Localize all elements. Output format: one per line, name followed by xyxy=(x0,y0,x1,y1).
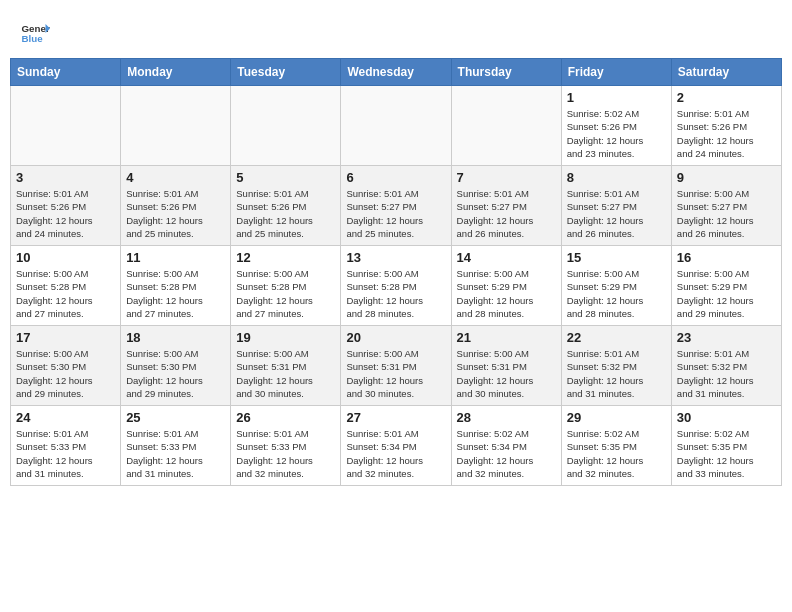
weekday-header-saturday: Saturday xyxy=(671,59,781,86)
calendar-cell: 6Sunrise: 5:01 AM Sunset: 5:27 PM Daylig… xyxy=(341,166,451,246)
calendar-week-0: 1Sunrise: 5:02 AM Sunset: 5:26 PM Daylig… xyxy=(11,86,782,166)
day-number: 1 xyxy=(567,90,666,105)
day-number: 4 xyxy=(126,170,225,185)
day-number: 25 xyxy=(126,410,225,425)
calendar-cell: 5Sunrise: 5:01 AM Sunset: 5:26 PM Daylig… xyxy=(231,166,341,246)
day-number: 22 xyxy=(567,330,666,345)
day-number: 26 xyxy=(236,410,335,425)
day-number: 2 xyxy=(677,90,776,105)
calendar-cell: 15Sunrise: 5:00 AM Sunset: 5:29 PM Dayli… xyxy=(561,246,671,326)
day-detail: Sunrise: 5:00 AM Sunset: 5:28 PM Dayligh… xyxy=(236,267,335,320)
day-detail: Sunrise: 5:01 AM Sunset: 5:27 PM Dayligh… xyxy=(567,187,666,240)
calendar-cell: 8Sunrise: 5:01 AM Sunset: 5:27 PM Daylig… xyxy=(561,166,671,246)
calendar-table: SundayMondayTuesdayWednesdayThursdayFrid… xyxy=(10,58,782,486)
day-detail: Sunrise: 5:00 AM Sunset: 5:31 PM Dayligh… xyxy=(346,347,445,400)
calendar-week-2: 10Sunrise: 5:00 AM Sunset: 5:28 PM Dayli… xyxy=(11,246,782,326)
day-detail: Sunrise: 5:00 AM Sunset: 5:28 PM Dayligh… xyxy=(126,267,225,320)
calendar-cell: 18Sunrise: 5:00 AM Sunset: 5:30 PM Dayli… xyxy=(121,326,231,406)
calendar-cell xyxy=(341,86,451,166)
weekday-header-friday: Friday xyxy=(561,59,671,86)
weekday-header-monday: Monday xyxy=(121,59,231,86)
calendar-week-3: 17Sunrise: 5:00 AM Sunset: 5:30 PM Dayli… xyxy=(11,326,782,406)
day-detail: Sunrise: 5:01 AM Sunset: 5:32 PM Dayligh… xyxy=(567,347,666,400)
calendar-cell: 30Sunrise: 5:02 AM Sunset: 5:35 PM Dayli… xyxy=(671,406,781,486)
day-number: 20 xyxy=(346,330,445,345)
logo-icon: General Blue xyxy=(20,18,50,48)
calendar-cell: 14Sunrise: 5:00 AM Sunset: 5:29 PM Dayli… xyxy=(451,246,561,326)
day-number: 28 xyxy=(457,410,556,425)
calendar-cell: 29Sunrise: 5:02 AM Sunset: 5:35 PM Dayli… xyxy=(561,406,671,486)
day-detail: Sunrise: 5:02 AM Sunset: 5:26 PM Dayligh… xyxy=(567,107,666,160)
day-detail: Sunrise: 5:00 AM Sunset: 5:30 PM Dayligh… xyxy=(16,347,115,400)
calendar-cell: 11Sunrise: 5:00 AM Sunset: 5:28 PM Dayli… xyxy=(121,246,231,326)
calendar-header-row: SundayMondayTuesdayWednesdayThursdayFrid… xyxy=(11,59,782,86)
calendar-cell: 12Sunrise: 5:00 AM Sunset: 5:28 PM Dayli… xyxy=(231,246,341,326)
day-detail: Sunrise: 5:00 AM Sunset: 5:30 PM Dayligh… xyxy=(126,347,225,400)
day-detail: Sunrise: 5:02 AM Sunset: 5:34 PM Dayligh… xyxy=(457,427,556,480)
day-detail: Sunrise: 5:00 AM Sunset: 5:31 PM Dayligh… xyxy=(457,347,556,400)
day-detail: Sunrise: 5:00 AM Sunset: 5:28 PM Dayligh… xyxy=(346,267,445,320)
calendar-cell: 19Sunrise: 5:00 AM Sunset: 5:31 PM Dayli… xyxy=(231,326,341,406)
day-detail: Sunrise: 5:00 AM Sunset: 5:29 PM Dayligh… xyxy=(677,267,776,320)
day-number: 15 xyxy=(567,250,666,265)
day-number: 11 xyxy=(126,250,225,265)
day-number: 14 xyxy=(457,250,556,265)
calendar-body: 1Sunrise: 5:02 AM Sunset: 5:26 PM Daylig… xyxy=(11,86,782,486)
calendar-cell: 26Sunrise: 5:01 AM Sunset: 5:33 PM Dayli… xyxy=(231,406,341,486)
day-number: 13 xyxy=(346,250,445,265)
day-number: 29 xyxy=(567,410,666,425)
day-number: 30 xyxy=(677,410,776,425)
calendar-cell: 10Sunrise: 5:00 AM Sunset: 5:28 PM Dayli… xyxy=(11,246,121,326)
weekday-header-thursday: Thursday xyxy=(451,59,561,86)
calendar-cell xyxy=(11,86,121,166)
calendar-cell: 7Sunrise: 5:01 AM Sunset: 5:27 PM Daylig… xyxy=(451,166,561,246)
calendar-cell xyxy=(451,86,561,166)
page-header: General Blue xyxy=(10,10,782,52)
day-detail: Sunrise: 5:00 AM Sunset: 5:27 PM Dayligh… xyxy=(677,187,776,240)
calendar-cell: 24Sunrise: 5:01 AM Sunset: 5:33 PM Dayli… xyxy=(11,406,121,486)
day-number: 24 xyxy=(16,410,115,425)
svg-text:Blue: Blue xyxy=(22,33,44,44)
day-number: 9 xyxy=(677,170,776,185)
day-number: 17 xyxy=(16,330,115,345)
day-number: 16 xyxy=(677,250,776,265)
day-number: 10 xyxy=(16,250,115,265)
logo: General Blue xyxy=(20,18,50,48)
day-number: 27 xyxy=(346,410,445,425)
calendar-week-4: 24Sunrise: 5:01 AM Sunset: 5:33 PM Dayli… xyxy=(11,406,782,486)
calendar-cell: 28Sunrise: 5:02 AM Sunset: 5:34 PM Dayli… xyxy=(451,406,561,486)
calendar-cell: 25Sunrise: 5:01 AM Sunset: 5:33 PM Dayli… xyxy=(121,406,231,486)
day-number: 3 xyxy=(16,170,115,185)
day-detail: Sunrise: 5:01 AM Sunset: 5:34 PM Dayligh… xyxy=(346,427,445,480)
calendar-cell: 3Sunrise: 5:01 AM Sunset: 5:26 PM Daylig… xyxy=(11,166,121,246)
day-number: 7 xyxy=(457,170,556,185)
day-number: 8 xyxy=(567,170,666,185)
calendar-cell: 23Sunrise: 5:01 AM Sunset: 5:32 PM Dayli… xyxy=(671,326,781,406)
day-detail: Sunrise: 5:01 AM Sunset: 5:33 PM Dayligh… xyxy=(236,427,335,480)
calendar-cell xyxy=(231,86,341,166)
calendar-cell: 17Sunrise: 5:00 AM Sunset: 5:30 PM Dayli… xyxy=(11,326,121,406)
day-detail: Sunrise: 5:01 AM Sunset: 5:32 PM Dayligh… xyxy=(677,347,776,400)
weekday-header-tuesday: Tuesday xyxy=(231,59,341,86)
day-detail: Sunrise: 5:00 AM Sunset: 5:31 PM Dayligh… xyxy=(236,347,335,400)
day-detail: Sunrise: 5:00 AM Sunset: 5:29 PM Dayligh… xyxy=(567,267,666,320)
weekday-header-sunday: Sunday xyxy=(11,59,121,86)
calendar-cell: 16Sunrise: 5:00 AM Sunset: 5:29 PM Dayli… xyxy=(671,246,781,326)
day-number: 23 xyxy=(677,330,776,345)
day-detail: Sunrise: 5:01 AM Sunset: 5:26 PM Dayligh… xyxy=(126,187,225,240)
day-number: 12 xyxy=(236,250,335,265)
calendar-cell: 9Sunrise: 5:00 AM Sunset: 5:27 PM Daylig… xyxy=(671,166,781,246)
day-detail: Sunrise: 5:02 AM Sunset: 5:35 PM Dayligh… xyxy=(677,427,776,480)
calendar-cell: 13Sunrise: 5:00 AM Sunset: 5:28 PM Dayli… xyxy=(341,246,451,326)
weekday-header-wednesday: Wednesday xyxy=(341,59,451,86)
day-number: 21 xyxy=(457,330,556,345)
calendar-cell: 22Sunrise: 5:01 AM Sunset: 5:32 PM Dayli… xyxy=(561,326,671,406)
calendar-cell xyxy=(121,86,231,166)
day-detail: Sunrise: 5:01 AM Sunset: 5:33 PM Dayligh… xyxy=(16,427,115,480)
day-detail: Sunrise: 5:01 AM Sunset: 5:27 PM Dayligh… xyxy=(346,187,445,240)
calendar-cell: 4Sunrise: 5:01 AM Sunset: 5:26 PM Daylig… xyxy=(121,166,231,246)
day-detail: Sunrise: 5:00 AM Sunset: 5:29 PM Dayligh… xyxy=(457,267,556,320)
calendar-cell: 21Sunrise: 5:00 AM Sunset: 5:31 PM Dayli… xyxy=(451,326,561,406)
calendar-cell: 27Sunrise: 5:01 AM Sunset: 5:34 PM Dayli… xyxy=(341,406,451,486)
day-detail: Sunrise: 5:00 AM Sunset: 5:28 PM Dayligh… xyxy=(16,267,115,320)
